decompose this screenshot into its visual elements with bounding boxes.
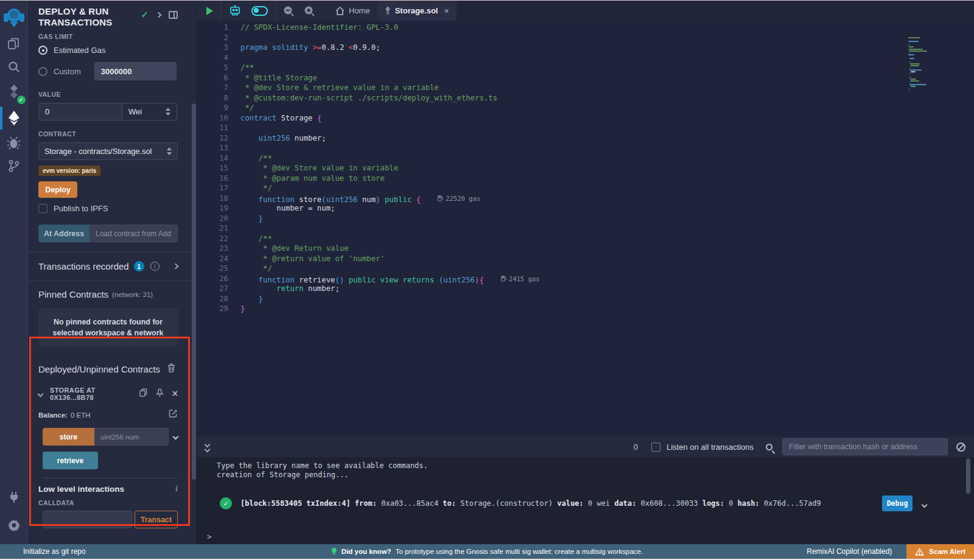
run-script-button[interactable] (197, 1, 218, 21)
line-number: 15 (197, 163, 228, 173)
debug-button[interactable]: Debug (882, 495, 913, 511)
panel-scrollbar[interactable] (192, 103, 196, 480)
calldata-input[interactable] (43, 511, 132, 528)
transact-button[interactable]: Transact (135, 511, 178, 528)
publish-ipfs-checkbox[interactable] (38, 204, 47, 213)
retrieve-function-button[interactable]: retrieve (43, 452, 98, 469)
terminal-output[interactable]: Type the library name to see available c… (197, 457, 974, 545)
store-expand-icon[interactable] (173, 434, 179, 440)
terminal-filter-input[interactable] (782, 438, 948, 455)
close-tab-icon[interactable]: × (444, 6, 449, 16)
terminal-collapse-icon[interactable] (205, 443, 209, 452)
line-number: 22 (197, 234, 228, 244)
gas-limit-label: GAS LIMIT (38, 33, 178, 40)
copilot-toggle[interactable] (247, 1, 273, 21)
value-input[interactable] (38, 103, 122, 121)
contract-instance-header[interactable]: STORAGE AT 0X136...8B78 × (38, 387, 178, 401)
value-unit-select[interactable]: Wei (122, 103, 177, 121)
remix-logo-icon[interactable] (0, 4, 28, 32)
solidity-compiler-icon[interactable]: ✓ (0, 79, 28, 105)
contract-select[interactable]: Storage - contracts/Storage.sol (38, 142, 178, 160)
code-line: 21 (197, 223, 974, 234)
ai-copilot-button[interactable] (223, 1, 247, 21)
transactions-info-icon[interactable]: i (150, 262, 159, 271)
tab-storage-sol[interactable]: Storage.sol × (377, 1, 457, 21)
deploy-run-icon[interactable] (0, 105, 28, 131)
terminal-prompt[interactable]: > (207, 532, 212, 541)
git-icon[interactable] (0, 154, 28, 177)
code-line: 7 * @dev Store & retrieve value in a var… (197, 83, 974, 93)
plugin-manager-icon[interactable] (0, 486, 28, 509)
scam-alert-button[interactable]: Scam Alert (906, 544, 974, 559)
zoom-out-button[interactable] (278, 1, 299, 21)
transactions-count-badge: 1 (134, 261, 144, 271)
custom-gas-radio[interactable] (38, 67, 47, 76)
divider (29, 251, 196, 252)
tx-expand-icon[interactable] (922, 498, 927, 509)
status-bar: Initialize as git repo Did you know? To … (0, 544, 974, 559)
remix-ide-window: ✓ (0, 0, 974, 560)
panel-expand-icon[interactable] (156, 12, 162, 18)
debugger-icon[interactable] (0, 131, 28, 154)
code-line: 25 */ (197, 264, 974, 274)
line-number: 18 (197, 194, 228, 204)
line-number: 24 (197, 254, 228, 264)
compile-success-badge: ✓ (17, 96, 26, 104)
deploy-button[interactable]: Deploy (38, 181, 77, 198)
transactions-recorded-title: Transactions recorded (38, 261, 129, 271)
code-line: 29} (197, 304, 974, 314)
store-arg-input[interactable] (94, 428, 169, 446)
solidity-file-icon (385, 6, 391, 15)
publish-ipfs-option[interactable]: Publish to IPFS (38, 204, 178, 213)
play-icon (206, 7, 213, 15)
zoom-in-button[interactable] (299, 1, 320, 21)
custom-gas-label: Custom (54, 67, 81, 76)
custom-gas-input[interactable] (94, 62, 177, 80)
line-number: 19 (197, 203, 228, 214)
code-line: 17 */ (197, 183, 974, 194)
remove-instance-icon[interactable]: × (172, 389, 178, 399)
evm-version-badge: evm version: paris (38, 166, 100, 176)
git-init-button[interactable]: Initialize as git repo (23, 547, 86, 556)
copilot-status[interactable]: RemixAI Copilot (enabled) (807, 547, 892, 556)
line-number: 26 (197, 274, 228, 284)
at-address-button[interactable]: At Address (38, 225, 89, 242)
clear-instances-trash-icon[interactable] (167, 363, 175, 375)
clear-console-icon[interactable] (956, 443, 965, 452)
editor-minimap[interactable] (908, 37, 964, 92)
estimated-gas-radio[interactable] (38, 46, 47, 55)
estimated-gas-option[interactable]: Estimated Gas (38, 46, 178, 55)
pinned-contracts-title: Pinned Contracts (38, 289, 108, 299)
terminal-search-icon (766, 444, 773, 450)
search-icon[interactable] (0, 55, 28, 79)
file-explorer-icon[interactable] (0, 32, 28, 55)
code-line: 5/** (197, 63, 974, 73)
custom-gas-option[interactable]: Custom (38, 62, 178, 80)
terminal-line: creation of Storage pending... (197, 471, 974, 480)
transaction-row[interactable]: ✓ [block:5583405 txIndex:4] from: 0xa03.… (197, 495, 974, 511)
pinned-network-label: (network: 31) (112, 291, 153, 298)
listen-all-checkbox[interactable] (651, 443, 660, 452)
settings-gear-icon[interactable] (0, 514, 28, 537)
instance-collapse-icon[interactable] (38, 391, 44, 397)
store-function-button[interactable]: store (43, 428, 94, 446)
at-address-input[interactable] (89, 225, 178, 242)
editor-area: Home Storage.sol × 1// SPDX-License-Iden… (197, 1, 974, 544)
copy-address-icon[interactable] (139, 388, 147, 399)
pin-panel-icon[interactable] (169, 11, 178, 19)
edit-balance-icon[interactable] (169, 409, 178, 421)
code-line: 16 * @param num value to store (197, 173, 974, 184)
code-lines: 1// SPDX-License-Identifier: GPL-3.023pr… (197, 23, 974, 314)
low-level-title: Low level interactions (38, 485, 124, 494)
pin-instance-icon[interactable] (156, 388, 164, 400)
tab-home[interactable]: Home (328, 1, 377, 21)
transactions-expand-icon[interactable] (173, 264, 179, 270)
line-number: 16 (197, 173, 228, 184)
line-number: 11 (197, 123, 228, 133)
low-level-info-icon[interactable]: i (175, 484, 178, 494)
unit-stepper-icon[interactable] (166, 108, 170, 116)
line-number: 28 (197, 294, 228, 304)
code-line: 11 (197, 123, 974, 133)
code-editor[interactable]: 1// SPDX-License-Identifier: GPL-3.023pr… (197, 21, 974, 436)
terminal-scrollbar[interactable] (966, 458, 970, 494)
